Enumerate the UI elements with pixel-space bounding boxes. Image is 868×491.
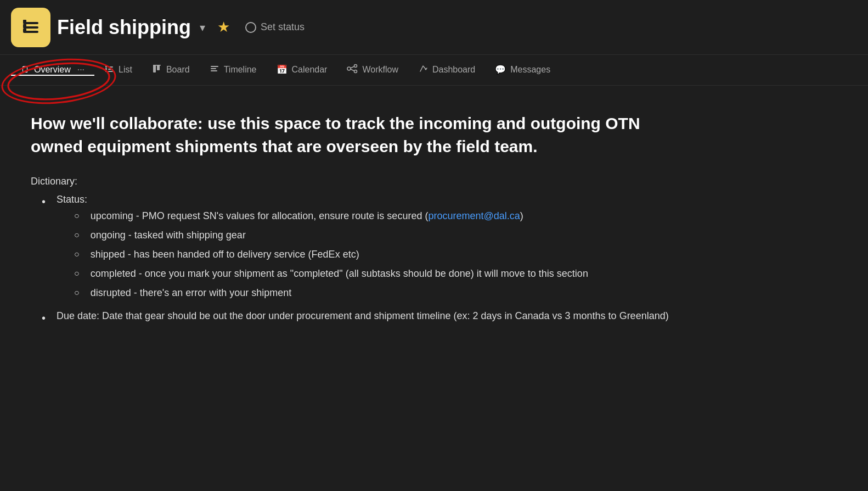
disrupted-text: disrupted - there's an error with your s… <box>91 286 737 300</box>
status-ongoing: ongoing - tasked with shipping gear <box>74 228 737 243</box>
svg-rect-17 <box>211 68 216 69</box>
tab-list[interactable]: List <box>94 55 142 85</box>
tab-list-label: List <box>119 65 132 75</box>
project-title: Field shipping <box>57 16 191 39</box>
due-date-text: Due date: Date that gear should be out t… <box>57 310 737 322</box>
header-bar: Field shipping ▾ ★ Set status <box>0 0 868 55</box>
upcoming-text-after: ) <box>520 210 523 221</box>
dictionary-section: Dictionary: Status: upcoming - PMO reque… <box>31 176 737 326</box>
svg-rect-10 <box>108 69 113 70</box>
tab-messages-label: Messages <box>510 65 550 75</box>
workflow-icon <box>347 64 358 76</box>
tab-board-label: Board <box>166 65 190 75</box>
svg-rect-3 <box>23 20 26 23</box>
tab-calendar-label: Calendar <box>292 65 328 75</box>
tab-workflow[interactable]: Workflow <box>337 55 408 85</box>
svg-rect-16 <box>211 66 218 67</box>
svg-rect-11 <box>105 70 107 72</box>
tab-board[interactable]: Board <box>142 55 200 85</box>
tab-calendar[interactable]: 📅 Calendar <box>267 55 337 85</box>
overview-icon: 🗒 <box>21 65 30 75</box>
svg-point-24 <box>425 68 426 70</box>
tab-messages[interactable]: 💬 Messages <box>485 55 560 85</box>
svg-point-20 <box>354 64 357 67</box>
tab-overview[interactable]: 🗒 Overview ··· <box>11 65 94 76</box>
svg-rect-8 <box>108 66 113 68</box>
nav-tabs: 🗒 Overview ··· List Board <box>0 55 868 86</box>
status-content: Status: upcoming - PMO request SN's valu… <box>57 194 737 305</box>
upcoming-text-before: upcoming - PMO request SN's values for a… <box>91 210 429 221</box>
overview-tab-wrapper: 🗒 Overview ··· <box>11 65 94 76</box>
completed-text: completed - once you mark your shipment … <box>91 266 737 281</box>
intro-heading: How we'll collaborate: use this space to… <box>31 112 689 158</box>
svg-rect-9 <box>105 68 107 70</box>
ongoing-text: ongoing - tasked with shipping gear <box>91 228 737 243</box>
due-date-bullet-item: Due date: Date that gear should be out t… <box>42 310 737 326</box>
svg-rect-13 <box>153 65 156 72</box>
set-status-button[interactable]: Set status <box>245 21 305 33</box>
status-upcoming: upcoming - PMO request SN's values for a… <box>74 209 737 224</box>
tab-timeline[interactable]: Timeline <box>200 55 267 85</box>
svg-line-22 <box>351 66 354 68</box>
svg-rect-15 <box>153 65 161 66</box>
calendar-icon: 📅 <box>277 64 288 75</box>
star-icon[interactable]: ★ <box>217 19 230 36</box>
status-bullet-item: Status: upcoming - PMO request SN's valu… <box>42 194 737 305</box>
status-circle-icon <box>245 22 256 33</box>
tab-workflow-label: Workflow <box>362 65 398 75</box>
svg-point-21 <box>354 70 357 72</box>
status-completed: completed - once you mark your shipment … <box>74 266 737 281</box>
status-label: Status: <box>57 194 87 205</box>
app-icon <box>11 8 50 47</box>
dictionary-label: Dictionary: <box>31 176 737 187</box>
dashboard-icon <box>418 64 428 76</box>
svg-line-23 <box>351 69 354 71</box>
svg-rect-5 <box>23 29 26 32</box>
tab-dashboard-label: Dashboard <box>432 65 475 75</box>
status-shipped: shipped - has been handed off to deliver… <box>74 247 737 262</box>
shipped-text: shipped - has been handed off to deliver… <box>91 247 737 262</box>
list-icon <box>104 64 114 76</box>
main-bullet-list: Status: upcoming - PMO request SN's valu… <box>31 194 737 326</box>
board-icon <box>152 64 162 76</box>
main-content: How we'll collaborate: use this space to… <box>0 86 768 358</box>
set-status-label: Set status <box>261 21 305 33</box>
status-sub-list: upcoming - PMO request SN's values for a… <box>57 209 737 300</box>
tab-timeline-label: Timeline <box>224 65 257 75</box>
svg-rect-12 <box>108 71 113 72</box>
svg-rect-4 <box>23 24 26 27</box>
svg-rect-7 <box>105 66 107 68</box>
tab-overview-label: Overview <box>34 65 71 75</box>
procurement-link[interactable]: procurement@dal.ca <box>428 210 520 221</box>
svg-point-19 <box>347 67 351 70</box>
messages-icon: 💬 <box>495 64 506 75</box>
svg-rect-18 <box>211 70 217 71</box>
status-disrupted: disrupted - there's an error with your s… <box>74 286 737 300</box>
upcoming-text: upcoming - PMO request SN's values for a… <box>91 209 737 224</box>
tab-dashboard[interactable]: Dashboard <box>408 55 485 85</box>
timeline-icon <box>210 64 219 76</box>
dropdown-arrow-icon[interactable]: ▾ <box>200 21 205 34</box>
tab-overview-more-icon[interactable]: ··· <box>77 65 84 75</box>
